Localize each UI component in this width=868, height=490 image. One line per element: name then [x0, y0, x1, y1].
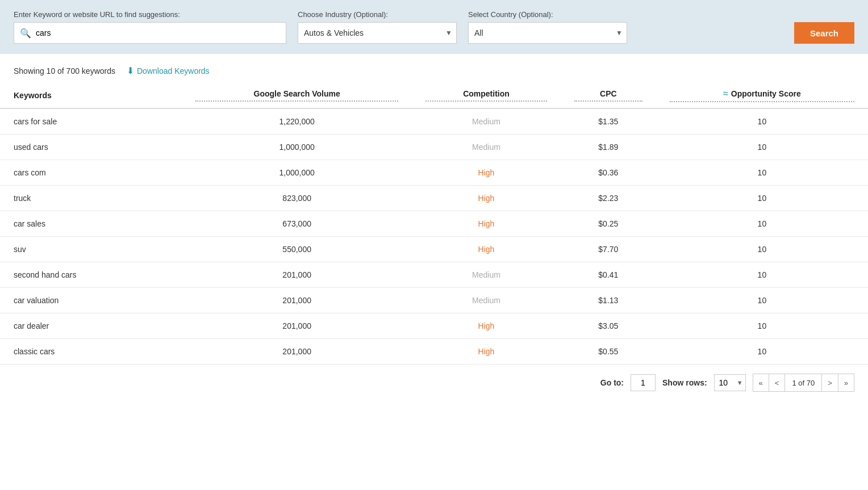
industry-select-wrap: All Industries Autos & Vehicles Business… — [298, 22, 457, 44]
col-header-keywords: Keywords — [0, 83, 182, 108]
cell-volume: 201,000 — [182, 313, 412, 339]
cell-opportunity: 10 — [656, 108, 868, 135]
goto-input[interactable] — [631, 374, 656, 391]
cell-opportunity: 10 — [656, 186, 868, 211]
cell-volume: 1,000,000 — [182, 160, 412, 186]
table-row: truck 823,000 High $2.23 10 — [0, 186, 868, 211]
cell-competition: High — [412, 237, 561, 262]
table-row: suv 550,000 High $7.70 10 — [0, 237, 868, 262]
pagination-nav: « < 1 of 70 > » — [753, 374, 854, 392]
col-header-volume: Google Search Volume — [182, 83, 412, 108]
cell-cpc: $1.35 — [561, 108, 656, 135]
cell-competition: High — [412, 186, 561, 211]
cell-cpc: $0.36 — [561, 160, 656, 186]
download-keywords-link[interactable]: ⬇ Download Keywords — [127, 65, 210, 76]
page-info: 1 of 70 — [785, 374, 822, 391]
pagination-row: Go to: Show rows: 10 25 50 100 ▼ « < 1 o… — [0, 365, 868, 401]
cell-volume: 201,000 — [182, 262, 412, 288]
col-header-cpc: CPC — [561, 83, 656, 108]
cell-competition: Medium — [412, 108, 561, 135]
cell-opportunity: 10 — [656, 262, 868, 288]
industry-field-group: Choose Industry (Optional): All Industri… — [298, 10, 457, 44]
cell-keyword: car dealer — [0, 313, 182, 339]
opportunity-dotted-line — [670, 101, 854, 102]
volume-dotted-line — [195, 100, 398, 102]
table-row: classic cars 201,000 High $0.55 10 — [0, 339, 868, 365]
cell-keyword: classic cars — [0, 339, 182, 365]
cell-volume: 823,000 — [182, 186, 412, 211]
prev-page-button[interactable]: < — [769, 374, 786, 391]
cell-competition: High — [412, 339, 561, 365]
keyword-label: Enter Keyword or website URL to find sug… — [14, 10, 286, 19]
keywords-table: Keywords Google Search Volume Competitio… — [0, 83, 868, 365]
first-page-button[interactable]: « — [753, 374, 769, 391]
search-bar: Enter Keyword or website URL to find sug… — [0, 0, 868, 54]
keyword-input[interactable] — [31, 28, 280, 37]
cell-volume: 201,000 — [182, 339, 412, 365]
cell-cpc: $0.41 — [561, 262, 656, 288]
table-body: cars for sale 1,220,000 Medium $1.35 10 … — [0, 108, 868, 365]
cell-volume: 550,000 — [182, 237, 412, 262]
cell-keyword: car valuation — [0, 288, 182, 313]
download-icon: ⬇ — [127, 65, 134, 76]
table-row: second hand cars 201,000 Medium $0.41 10 — [0, 262, 868, 288]
show-rows-select[interactable]: 10 25 50 100 — [714, 374, 746, 391]
table-header-row: Keywords Google Search Volume Competitio… — [0, 83, 868, 108]
table-row: used cars 1,000,000 Medium $1.89 10 — [0, 135, 868, 160]
industry-select[interactable]: All Industries Autos & Vehicles Business… — [298, 22, 457, 44]
cell-keyword: cars com — [0, 160, 182, 186]
rows-select-wrap: 10 25 50 100 ▼ — [714, 374, 746, 391]
cell-cpc: $2.23 — [561, 186, 656, 211]
last-page-button[interactable]: » — [838, 374, 854, 391]
cell-volume: 201,000 — [182, 288, 412, 313]
search-button[interactable]: Search — [794, 22, 854, 44]
waves-icon: ≈ — [723, 89, 728, 99]
cell-competition: Medium — [412, 262, 561, 288]
table-row: car valuation 201,000 Medium $1.13 10 — [0, 288, 868, 313]
cell-volume: 673,000 — [182, 211, 412, 237]
download-label: Download Keywords — [137, 66, 210, 76]
cell-opportunity: 10 — [656, 288, 868, 313]
search-icon: 🔍 — [20, 28, 31, 39]
show-rows-label: Show rows: — [662, 378, 707, 387]
country-select[interactable]: All United States United Kingdom Canada … — [468, 22, 627, 44]
cell-competition: High — [412, 211, 561, 237]
cell-opportunity: 10 — [656, 313, 868, 339]
cell-opportunity: 10 — [656, 211, 868, 237]
cell-cpc: $3.05 — [561, 313, 656, 339]
results-header: Showing 10 of 700 keywords ⬇ Download Ke… — [0, 54, 868, 83]
cell-opportunity: 10 — [656, 339, 868, 365]
cell-volume: 1,000,000 — [182, 135, 412, 160]
cell-keyword: car sales — [0, 211, 182, 237]
cell-competition: High — [412, 313, 561, 339]
cpc-dotted-line — [574, 100, 642, 102]
keyword-field-group: Enter Keyword or website URL to find sug… — [14, 10, 286, 44]
cell-keyword: used cars — [0, 135, 182, 160]
cell-cpc: $7.70 — [561, 237, 656, 262]
cell-competition: Medium — [412, 288, 561, 313]
industry-label: Choose Industry (Optional): — [298, 10, 457, 19]
search-input-wrap: 🔍 — [14, 22, 286, 44]
cell-opportunity: 10 — [656, 160, 868, 186]
cell-keyword: suv — [0, 237, 182, 262]
col-header-opportunity: ≈ Opportunity Score — [656, 83, 868, 108]
cell-cpc: $0.25 — [561, 211, 656, 237]
cell-cpc: $1.89 — [561, 135, 656, 160]
cell-volume: 1,220,000 — [182, 108, 412, 135]
table-row: cars com 1,000,000 High $0.36 10 — [0, 160, 868, 186]
cell-cpc: $0.55 — [561, 339, 656, 365]
country-field-group: Select Country (Optional): All United St… — [468, 10, 627, 44]
cell-keyword: second hand cars — [0, 262, 182, 288]
table-row: cars for sale 1,220,000 Medium $1.35 10 — [0, 108, 868, 135]
cell-opportunity: 10 — [656, 237, 868, 262]
table-row: car sales 673,000 High $0.25 10 — [0, 211, 868, 237]
cell-keyword: truck — [0, 186, 182, 211]
cell-competition: High — [412, 160, 561, 186]
showing-text: Showing 10 of 700 keywords — [14, 66, 115, 76]
table-row: car dealer 201,000 High $3.05 10 — [0, 313, 868, 339]
next-page-button[interactable]: > — [822, 374, 838, 391]
goto-label: Go to: — [600, 378, 624, 387]
cell-cpc: $1.13 — [561, 288, 656, 313]
cell-opportunity: 10 — [656, 135, 868, 160]
col-header-competition: Competition — [412, 83, 561, 108]
